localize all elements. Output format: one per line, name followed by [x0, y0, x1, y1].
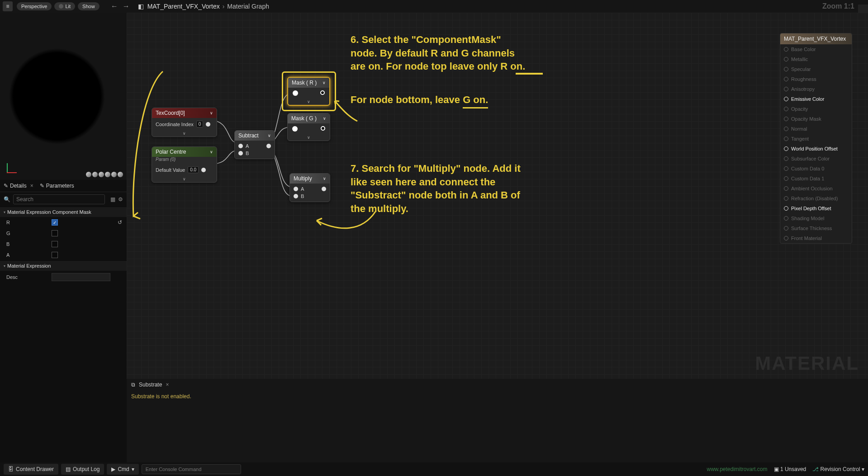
output-pin[interactable] — [266, 144, 271, 148]
material-pin-surface-thickness[interactable]: Surface Thickness — [780, 223, 852, 233]
checkbox-g[interactable] — [52, 230, 58, 236]
expand-icon[interactable]: ∨ — [152, 176, 217, 182]
material-pin-tangent[interactable]: Tangent — [780, 134, 852, 144]
default-value[interactable]: 0.0 — [188, 166, 199, 173]
node-polar-centre[interactable]: Polar Centre∨ Param (0) Default Value0.0… — [152, 146, 217, 183]
desc-input[interactable] — [52, 273, 110, 281]
expand-icon[interactable]: ∨ — [288, 134, 330, 141]
checkbox-b[interactable] — [52, 241, 58, 247]
grid-icon[interactable]: ▦ — [110, 196, 115, 203]
lit-label: Lit — [65, 4, 71, 9]
node-subtract[interactable]: Subtract∨ A B — [234, 130, 275, 159]
input-pin[interactable] — [293, 90, 298, 96]
nav-forward-icon[interactable]: → — [123, 2, 130, 10]
output-pin[interactable] — [206, 122, 210, 127]
details-search-input[interactable] — [13, 194, 105, 204]
prop-desc-label: Desc — [6, 274, 52, 280]
material-pin-pixel-depth-offset[interactable]: Pixel Depth Offset — [780, 203, 852, 213]
substrate-icon: ⧉ — [131, 382, 135, 388]
input-pin-b[interactable] — [238, 151, 243, 156]
material-pin-opacity-mask[interactable]: Opacity Mask — [780, 114, 852, 124]
material-pin-opacity[interactable]: Opacity — [780, 104, 852, 114]
revision-control-button[interactable]: ⎇ Revision Control ▾ — [812, 466, 864, 472]
substrate-tab-label[interactable]: Substrate — [139, 382, 162, 388]
watermark-label: MATERIAL — [755, 353, 859, 374]
checkbox-a[interactable] — [52, 252, 58, 258]
perspective-label: Perspective — [21, 4, 47, 9]
output-pin[interactable] — [320, 90, 325, 95]
prop-g-label: G — [6, 231, 52, 236]
material-pin-shading-model[interactable]: Shading Model — [780, 213, 852, 223]
menu-icon[interactable]: ≡ — [3, 1, 13, 11]
content-drawer-button[interactable]: 🗄Content Drawer — [4, 464, 58, 475]
material-pin-emissive-color[interactable]: Emissive Color — [780, 94, 852, 104]
breadcrumb-asset[interactable]: MAT_Parent_VFX_Vortex — [147, 3, 220, 10]
branch-icon: ⎇ — [812, 466, 820, 472]
material-pin-roughness[interactable]: Roughness — [780, 74, 852, 84]
shading-presets[interactable] — [86, 172, 123, 177]
lit-pill[interactable]: Lit — [54, 2, 75, 10]
node-texcoord[interactable]: TexCoord[0]∨ Coordinate Index0 ∨ — [152, 108, 217, 137]
input-pin-a[interactable] — [294, 187, 298, 191]
node-multiply[interactable]: Multiply∨ A B — [289, 173, 330, 202]
show-pill[interactable]: Show — [78, 2, 100, 10]
website-link[interactable]: www.petedimitrovart.com — [707, 466, 768, 472]
parameters-tab[interactable]: ✎Parameters — [40, 183, 74, 189]
node-subtitle: Param (0) — [152, 157, 217, 164]
node-mask-g[interactable]: Mask ( G )∨ ∨ — [287, 113, 330, 141]
node-mask-r[interactable]: Mask ( R )∨ ∨ — [287, 77, 330, 106]
material-pin-front-material[interactable]: Front Material — [780, 233, 852, 243]
material-pin-custom-data-1[interactable]: Custom Data 1 — [780, 174, 852, 184]
material-graph[interactable]: TexCoord[0]∨ Coordinate Index0 ∨ Polar C… — [127, 13, 868, 379]
chevron-down-icon[interactable]: ∨ — [323, 176, 326, 181]
output-pin[interactable] — [321, 126, 325, 131]
input-pin-a[interactable] — [238, 144, 243, 148]
material-pin-specular[interactable]: Specular — [780, 64, 852, 74]
cmd-dropdown[interactable]: ▶Cmd ▾ — [107, 464, 138, 475]
terminal-icon: ▶ — [111, 466, 115, 472]
close-icon[interactable]: × — [30, 183, 33, 189]
preview-viewport[interactable] — [0, 13, 127, 180]
material-pin-base-color[interactable]: Base Color — [780, 44, 852, 54]
coord-index-value[interactable]: 0 — [196, 121, 204, 127]
console-command-input[interactable] — [142, 464, 241, 474]
material-pin-anisotropy[interactable]: Anisotropy — [780, 84, 852, 94]
unsaved-indicator[interactable]: 1 Unsaved — [774, 466, 806, 472]
expand-icon[interactable]: ∨ — [288, 99, 329, 105]
output-pin[interactable] — [201, 168, 206, 172]
output-log-button[interactable]: ▤Output Log — [61, 464, 104, 475]
default-value-label: Default Value — [156, 167, 185, 173]
substrate-message: Substrate is not enabled. — [127, 391, 868, 402]
gear-icon[interactable]: ⚙ — [118, 196, 123, 203]
details-tab[interactable]: ✎Details× — [4, 183, 33, 189]
material-pin-normal[interactable]: Normal — [780, 124, 852, 134]
chevron-down-icon[interactable]: ∨ — [210, 150, 213, 154]
input-pin[interactable] — [292, 126, 298, 132]
chevron-down-icon[interactable]: ∨ — [323, 80, 326, 85]
prop-b-label: B — [6, 241, 52, 247]
close-icon[interactable]: × — [166, 382, 169, 388]
input-pin-b[interactable] — [294, 194, 298, 198]
material-pin-metallic[interactable]: Metallic — [780, 54, 852, 64]
material-pin-custom-data-0[interactable]: Custom Data 0 — [780, 164, 852, 174]
section-component-mask[interactable]: Material Expression Component Mask — [0, 207, 127, 217]
material-output-panel[interactable]: MAT_Parent_VFX_Vortex Base ColorMetallic… — [780, 33, 852, 244]
material-pin-subsurface-color[interactable]: Subsurface Color — [780, 154, 852, 164]
chevron-down-icon[interactable]: ∨ — [210, 111, 213, 115]
material-pin-world-position-offset[interactable]: World Position Offset — [780, 144, 852, 154]
chevron-down-icon[interactable]: ∨ — [323, 116, 326, 121]
chevron-down-icon[interactable]: ∨ — [268, 133, 271, 138]
nav-back-icon[interactable]: ← — [111, 2, 118, 10]
perspective-pill[interactable]: Perspective — [17, 2, 52, 10]
output-pin[interactable] — [322, 187, 326, 191]
reset-icon[interactable]: ↺ — [118, 219, 122, 226]
material-pin-refraction-disabled-[interactable]: Refraction (Disabled) — [780, 193, 852, 203]
graph-icon: ◧ — [138, 3, 144, 10]
prop-a-label: A — [6, 252, 52, 258]
pencil-icon: ✎ — [40, 183, 44, 189]
checkbox-r[interactable] — [52, 219, 58, 226]
section-material-expression[interactable]: Material Expression — [0, 260, 127, 271]
expand-icon[interactable]: ∨ — [152, 130, 217, 137]
breadcrumb: MAT_Parent_VFX_Vortex › Material Graph — [147, 3, 269, 10]
material-pin-ambient-occlusion[interactable]: Ambient Occlusion — [780, 184, 852, 193]
